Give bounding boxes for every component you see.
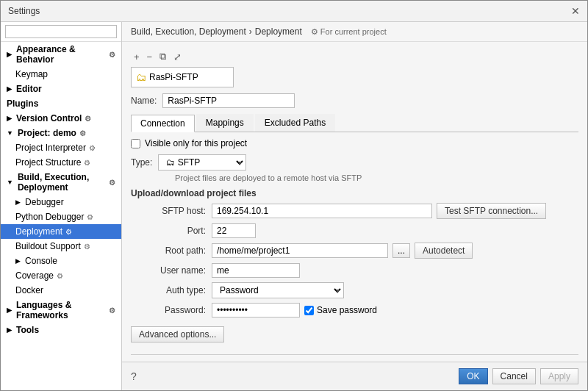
sidebar-item-build-exec[interactable]: ▼ Build, Execution, Deployment ⚙ bbox=[1, 170, 121, 195]
sidebar-item-tools[interactable]: ▶ Tools bbox=[1, 323, 121, 337]
username-input[interactable] bbox=[212, 263, 300, 278]
password-input[interactable] bbox=[212, 303, 300, 318]
sidebar-item-appearance[interactable]: ▶ Appearance & Behavior ⚙ bbox=[1, 42, 121, 67]
sidebar-item-python-debugger[interactable]: Python Debugger ⚙ bbox=[1, 209, 121, 224]
type-row: Type: 🗂 SFTP bbox=[131, 154, 578, 171]
sidebar-item-debugger[interactable]: ▶ Debugger bbox=[1, 195, 121, 209]
sidebar-item-label: Project: demo bbox=[18, 128, 76, 138]
add-server-button[interactable]: + bbox=[131, 50, 143, 64]
cancel-button[interactable]: Cancel bbox=[492, 368, 536, 384]
sidebar-item-languages[interactable]: ▶ Languages & Frameworks ⚙ bbox=[1, 298, 121, 323]
settings-icon: ⚙ bbox=[57, 272, 63, 280]
sidebar-item-project-demo[interactable]: ▼ Project: demo ⚙ bbox=[1, 126, 121, 140]
settings-icon: ⚙ bbox=[84, 243, 90, 251]
sidebar: ▶ Appearance & Behavior ⚙ Keymap ▶ Edito… bbox=[1, 22, 122, 390]
ok-button[interactable]: OK bbox=[459, 368, 487, 384]
server-toolbar: + − ⧉ ⤢ bbox=[131, 49, 578, 64]
breadcrumb-path: Build, Execution, Deployment bbox=[131, 26, 246, 37]
title-bar: Settings ✕ bbox=[1, 1, 587, 22]
sidebar-item-plugins[interactable]: Plugins bbox=[1, 96, 121, 111]
sidebar-item-project-structure[interactable]: Project Structure ⚙ bbox=[1, 155, 121, 170]
arrow-icon: ▶ bbox=[7, 326, 12, 334]
settings-icon: ⚙ bbox=[84, 159, 90, 167]
sidebar-item-label: Buildout Support bbox=[15, 241, 81, 251]
sidebar-item-console[interactable]: ▶ Console bbox=[1, 254, 121, 268]
arrow-icon: ▼ bbox=[7, 179, 13, 186]
username-field bbox=[212, 263, 578, 278]
name-label: Name: bbox=[131, 96, 157, 106]
port-input[interactable] bbox=[212, 223, 256, 238]
sidebar-item-label: Debugger bbox=[25, 197, 64, 207]
tabs-row: Connection Mappings Excluded Paths bbox=[131, 114, 578, 132]
bottom-bar-right: OK Cancel Apply bbox=[459, 368, 578, 384]
dialog-title: Settings bbox=[8, 6, 40, 16]
sftp-description: Project files are deployed to a remote h… bbox=[175, 173, 578, 182]
sidebar-item-label: Plugins bbox=[7, 98, 38, 109]
save-password-row: Save password bbox=[304, 305, 377, 315]
browse-section: Browse files on server Web server root U… bbox=[131, 354, 578, 362]
test-connection-button[interactable]: Test SFTP connection... bbox=[437, 203, 546, 219]
main-content: + − ⧉ ⤢ 🗂 RasPi-SFTP Name: Connection bbox=[122, 42, 587, 362]
tab-connection[interactable]: Connection bbox=[131, 115, 195, 132]
search-box bbox=[1, 22, 121, 42]
sidebar-item-editor[interactable]: ▶ Editor bbox=[1, 82, 121, 96]
visible-label: Visible only for this project bbox=[145, 138, 247, 148]
save-password-label: Save password bbox=[317, 305, 377, 315]
sftp-host-input[interactable] bbox=[212, 204, 432, 218]
breadcrumb: Build, Execution, Deployment › Deploymen… bbox=[122, 22, 587, 42]
settings-icon: ⚙ bbox=[87, 213, 93, 221]
advanced-options-button[interactable]: Advanced options... bbox=[131, 326, 224, 342]
sidebar-item-label: Coverage bbox=[15, 270, 54, 281]
settings-icon: ⚙ bbox=[109, 51, 115, 59]
server-folder-icon: 🗂 bbox=[136, 71, 146, 83]
sidebar-item-label: Project Structure bbox=[15, 157, 81, 168]
sidebar-item-label: Python Debugger bbox=[15, 212, 84, 222]
type-select[interactable]: 🗂 SFTP bbox=[158, 154, 246, 171]
settings-icon: ⚙ bbox=[89, 144, 96, 152]
sidebar-item-deployment[interactable]: Deployment ⚙ bbox=[1, 224, 121, 239]
tab-mappings[interactable]: Mappings bbox=[196, 114, 254, 132]
copy-server-button[interactable]: ⧉ bbox=[157, 49, 169, 64]
sidebar-item-label: Build, Execution, Deployment bbox=[18, 172, 106, 193]
sidebar-item-version-control[interactable]: ▶ Version Control ⚙ bbox=[1, 111, 121, 126]
root-path-label: Root path: bbox=[131, 245, 212, 256]
browse-button[interactable]: ... bbox=[392, 243, 410, 258]
apply-button[interactable]: Apply bbox=[540, 368, 578, 384]
port-label: Port: bbox=[131, 226, 212, 236]
auth-type-select[interactable]: Password bbox=[212, 282, 344, 298]
arrow-icon: ▶ bbox=[15, 198, 21, 206]
move-server-button[interactable]: ⤢ bbox=[171, 50, 184, 64]
auth-type-select-wrapper: Password bbox=[212, 282, 344, 298]
arrow-icon: ▶ bbox=[15, 257, 21, 265]
sidebar-item-project-interpreter[interactable]: Project Interpreter ⚙ bbox=[1, 140, 121, 155]
type-select-wrapper: 🗂 SFTP bbox=[158, 154, 246, 171]
sidebar-item-keymap[interactable]: Keymap bbox=[1, 67, 121, 82]
sidebar-item-coverage[interactable]: Coverage ⚙ bbox=[1, 268, 121, 283]
breadcrumb-separator: › bbox=[249, 26, 252, 37]
auth-type-field: Password bbox=[212, 282, 578, 298]
password-field: Save password bbox=[212, 303, 578, 318]
remove-server-button[interactable]: − bbox=[144, 50, 156, 64]
name-input[interactable] bbox=[162, 93, 295, 108]
sftp-host-label: SFTP host: bbox=[131, 206, 212, 216]
save-password-checkbox[interactable] bbox=[304, 306, 314, 315]
password-label: Password: bbox=[131, 305, 212, 315]
visible-checkbox[interactable] bbox=[131, 139, 140, 148]
server-list[interactable]: 🗂 RasPi-SFTP bbox=[131, 67, 234, 87]
upload-section-title: Upload/download project files bbox=[131, 188, 578, 198]
port-field bbox=[212, 223, 578, 238]
root-path-input[interactable] bbox=[212, 243, 388, 258]
close-button[interactable]: ✕ bbox=[571, 5, 580, 17]
type-label: Type: bbox=[131, 157, 152, 168]
tab-excluded-paths[interactable]: Excluded Paths bbox=[255, 114, 335, 132]
settings-icon: ⚙ bbox=[109, 306, 115, 315]
sidebar-item-label: Tools bbox=[16, 325, 39, 335]
sidebar-item-label: Appearance & Behavior bbox=[16, 44, 106, 65]
sidebar-item-label: Project Interpreter bbox=[15, 143, 86, 153]
autodetect-button[interactable]: Autodetect bbox=[415, 243, 473, 259]
help-icon[interactable]: ? bbox=[131, 370, 137, 382]
sidebar-item-buildout-support[interactable]: Buildout Support ⚙ bbox=[1, 239, 121, 254]
sidebar-item-docker[interactable]: Docker bbox=[1, 283, 121, 298]
search-input[interactable] bbox=[5, 25, 117, 38]
settings-icon: ⚙ bbox=[109, 179, 115, 187]
